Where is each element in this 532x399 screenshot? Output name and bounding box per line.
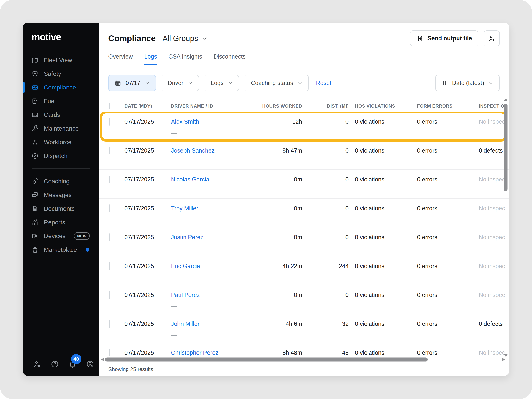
sidebar-item-messages[interactable]: Messages — [23, 188, 99, 202]
tab-disconnects[interactable]: Disconnects — [214, 53, 246, 65]
table-row: 07/17/2025 John Miller — 4h 6m 32 0 viol… — [99, 314, 509, 343]
bag-icon — [32, 246, 38, 253]
inspection-defects-cell: 0 defects — [472, 147, 505, 154]
results-statusbar: Showing 25 results — [99, 363, 509, 376]
sidebar-item-devices[interactable]: Devices NEW — [23, 229, 99, 243]
sidebar-item-workforce[interactable]: Workforce — [23, 135, 99, 149]
person-icon — [32, 139, 38, 146]
reports-icon — [32, 219, 38, 226]
sidebar-item-fleet-view[interactable]: Fleet View — [23, 53, 99, 67]
date-cell: 07/17/2025 — [124, 147, 171, 154]
driver-name-link[interactable]: Nicolas Garcia — [171, 176, 209, 183]
row-checkbox[interactable] — [109, 233, 110, 241]
vertical-scrollbar — [504, 98, 508, 357]
distance-cell: 48 — [302, 349, 349, 356]
column-header-date[interactable]: DATE (MDY) — [124, 103, 171, 109]
column-header-hours[interactable]: HOURS WORKED — [255, 103, 302, 109]
driver-id: — — [171, 216, 177, 223]
row-checkbox[interactable] — [109, 176, 110, 183]
driver-id: — — [171, 332, 177, 338]
scroll-down-arrow[interactable] — [504, 354, 508, 357]
devices-icon — [32, 233, 38, 240]
column-header-hos-violations[interactable]: HOS VIOLATIONS — [349, 103, 410, 109]
driver-id: — — [171, 274, 177, 281]
logs-filter[interactable]: Logs — [205, 75, 239, 91]
notifications-bell-icon[interactable]: 40 — [68, 360, 76, 368]
table-header-row: DATE (MDY) DRIVER NAME / ID HOURS WORKED… — [99, 100, 509, 112]
row-checkbox[interactable] — [109, 118, 110, 126]
date-filter[interactable]: 07/17 — [108, 75, 156, 91]
driver-name-link[interactable]: Troy Miller — [171, 205, 198, 212]
vertical-scrollbar-thumb[interactable] — [504, 104, 508, 191]
sidebar-item-coaching[interactable]: Coaching — [23, 174, 99, 188]
driver-id: — — [171, 159, 177, 165]
scroll-right-arrow[interactable] — [502, 357, 505, 361]
column-header-driver[interactable]: DRIVER NAME / ID — [171, 103, 255, 109]
row-checkbox[interactable] — [109, 262, 110, 270]
hos-violations-cell: 0 violations — [349, 205, 410, 212]
send-output-file-button[interactable]: Send output file — [410, 30, 478, 46]
sidebar-item-documents[interactable]: Documents — [23, 202, 99, 215]
sidebar-item-safety[interactable]: Safety — [23, 67, 99, 81]
form-errors-cell: 0 errors — [410, 118, 472, 125]
file-export-icon — [417, 35, 424, 42]
sidebar-item-fuel[interactable]: Fuel — [23, 94, 99, 108]
driver-name-link[interactable]: Justin Perez — [171, 234, 203, 241]
tab-overview[interactable]: Overview — [108, 53, 133, 65]
group-filter-dropdown[interactable]: All Groups — [162, 34, 208, 43]
chevron-down-icon — [188, 80, 193, 86]
motive-logo: motive — [23, 32, 99, 43]
help-icon[interactable] — [51, 360, 59, 368]
row-checkbox[interactable] — [109, 291, 110, 299]
sidebar-item-cards[interactable]: Cards — [23, 108, 99, 122]
table-row: 07/17/2025 Paul Perez — 0m 0 0 violation… — [99, 285, 509, 314]
tab-csa-insights[interactable]: CSA Insights — [168, 53, 202, 65]
admin-settings-icon[interactable] — [33, 360, 41, 368]
wrench-icon — [32, 125, 38, 132]
sidebar-item-maintenance[interactable]: Maintenance — [23, 122, 99, 135]
scroll-up-arrow[interactable] — [504, 98, 508, 101]
table-row: 07/17/2025 Nicolas Garcia — 0m 0 0 viola… — [99, 170, 509, 199]
row-checkbox[interactable] — [109, 349, 110, 356]
sidebar-item-reports[interactable]: Reports — [23, 215, 99, 229]
hos-violations-cell: 0 violations — [349, 321, 410, 327]
hos-violations-cell: 0 violations — [349, 263, 410, 270]
driver-name-link[interactable]: Alex Smith — [171, 118, 199, 125]
row-checkbox[interactable] — [109, 147, 110, 154]
sort-dropdown[interactable]: Date (latest) — [435, 75, 500, 91]
driver-settings-button[interactable] — [484, 30, 500, 46]
driver-name-link[interactable]: Christopher Perez — [171, 349, 218, 356]
shield-icon — [32, 70, 38, 77]
horizontal-scrollbar-thumb[interactable] — [105, 358, 428, 361]
form-errors-cell: 0 errors — [410, 234, 472, 241]
form-errors-cell: 0 errors — [410, 292, 472, 298]
sidebar-nav-primary: Fleet View Safety Compliance Fuel Cards … — [23, 53, 99, 163]
driver-name-link[interactable]: Paul Perez — [171, 292, 200, 298]
row-checkbox[interactable] — [109, 320, 110, 328]
hos-violations-cell: 0 violations — [349, 147, 410, 154]
sidebar-item-marketplace[interactable]: Marketplace — [23, 243, 99, 256]
coaching-status-filter[interactable]: Coaching status — [245, 75, 309, 91]
tab-logs[interactable]: Logs — [144, 53, 157, 65]
sidebar-item-compliance[interactable]: Compliance — [23, 81, 99, 94]
sidebar-item-dispatch[interactable]: Dispatch — [23, 149, 99, 163]
table-row: 07/17/2025 Christopher Perez — 8h 48m 48… — [99, 343, 509, 356]
driver-name-link[interactable]: Joseph Sanchez — [171, 147, 215, 154]
inspection-defects-cell: No inspections — [472, 205, 505, 212]
date-cell: 07/17/2025 — [124, 321, 171, 327]
driver-filter[interactable]: Driver — [162, 75, 199, 91]
account-icon[interactable] — [86, 360, 94, 368]
driver-name-link[interactable]: Eric Garcia — [171, 263, 200, 270]
row-checkbox[interactable] — [109, 204, 110, 212]
hos-violations-cell: 0 violations — [349, 292, 410, 298]
chevron-down-icon — [488, 80, 494, 86]
column-header-inspection-defects[interactable]: INSPECTION DEFECTS — [472, 103, 505, 109]
chevron-down-icon — [145, 80, 150, 86]
driver-name-link[interactable]: John Miller — [171, 321, 200, 327]
form-errors-cell: 0 errors — [410, 205, 472, 212]
scroll-left-arrow[interactable] — [101, 357, 104, 361]
column-header-form-errors[interactable]: FORM ERRORS — [410, 103, 472, 109]
column-header-distance[interactable]: DIST. (MI) — [302, 103, 349, 109]
select-all-checkbox[interactable] — [109, 103, 110, 109]
reset-filters-link[interactable]: Reset — [316, 80, 331, 86]
